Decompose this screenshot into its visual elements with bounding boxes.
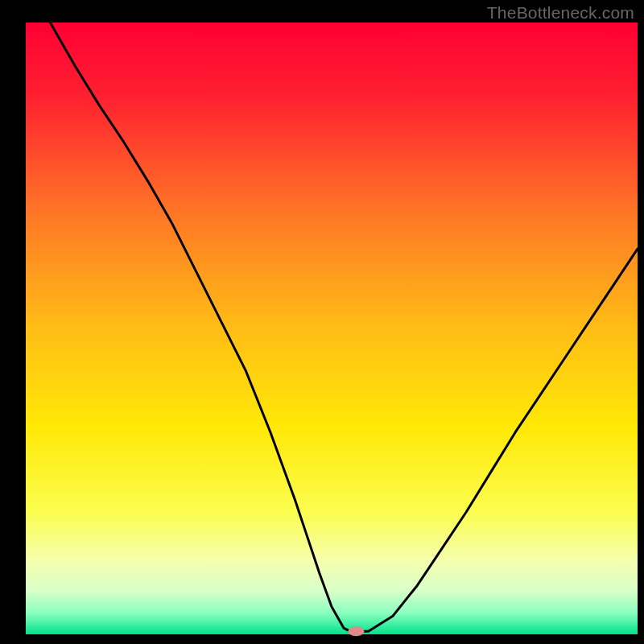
chart-stage: TheBottleneck.com [0,0,644,644]
min-marker [348,626,364,636]
plot-background [26,23,638,634]
watermark-label: TheBottleneck.com [487,3,634,23]
bottleneck-chart [0,0,644,644]
